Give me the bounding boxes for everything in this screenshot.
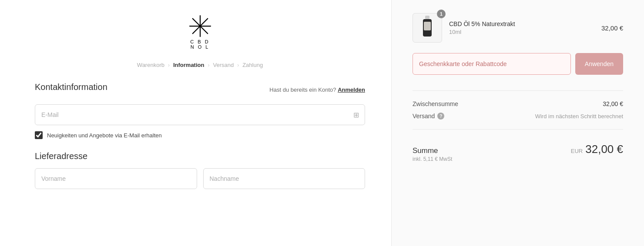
newsletter-row: Neuigkeiten und Angebote via E-Mail erha… — [35, 131, 162, 139]
last-name-field[interactable] — [203, 168, 366, 189]
breadcrumb: Warenkorb › Information › Versand › Zahl… — [35, 62, 365, 68]
email-input-wrapper: ⊞ — [35, 104, 365, 125]
newsletter-checkbox[interactable] — [35, 131, 43, 139]
sep1: › — [168, 62, 170, 68]
first-name-field[interactable] — [35, 168, 197, 189]
email-field[interactable] — [35, 104, 365, 125]
shipping-help-icon[interactable]: ? — [437, 113, 444, 120]
total-sub: inkl. 5,11 € MwSt — [413, 156, 452, 162]
contact-header-row: Kontaktinformation Hast du bereits ein K… — [35, 82, 365, 97]
breadcrumb-information[interactable]: Information — [173, 62, 205, 68]
subtotal-row: Zwischensumme 32,00 € — [413, 98, 623, 110]
subtotal-value: 32,00 € — [603, 100, 623, 107]
total-right: EUR 32,00 € — [571, 143, 623, 156]
coupon-input[interactable] — [413, 53, 571, 75]
svg-rect-6 — [424, 22, 431, 30]
total-label: Summe — [413, 146, 452, 155]
total-amount: 32,00 € — [585, 143, 623, 156]
product-left: 1 CBD Öl 5% Naturextrakt 10ml — [413, 13, 515, 43]
right-panel: 1 CBD Öl 5% Naturextrakt 10ml 32,00 € An… — [392, 0, 644, 246]
contact-card-icon: ⊞ — [353, 111, 359, 119]
sep3: › — [237, 62, 239, 68]
contact-heading: Kontaktinformation — [35, 82, 107, 92]
logo-text-2: N O L — [191, 44, 210, 50]
total-left: Summe inkl. 5,11 € MwSt — [413, 146, 452, 162]
login-link[interactable]: Anmelden — [338, 86, 365, 93]
login-prompt: Hast du bereits ein Konto? Anmelden — [269, 86, 365, 93]
product-bottle-icon — [419, 16, 436, 40]
logo-line1: C B D — [190, 39, 209, 44]
product-image-wrapper: 1 — [413, 13, 442, 43]
subtotal-label: Zwischensumme — [413, 100, 458, 107]
address-heading: Lieferadresse — [35, 151, 87, 161]
breadcrumb-cart[interactable]: Warenkorb — [137, 62, 164, 68]
product-name: CBD Öl 5% Naturextrakt — [449, 20, 515, 27]
svg-rect-4 — [425, 16, 429, 19]
newsletter-label: Neuigkeiten und Angebote via E-Mail erha… — [47, 132, 162, 139]
breadcrumb-payment[interactable]: Zahlung — [242, 62, 263, 68]
product-row: 1 CBD Öl 5% Naturextrakt 10ml 32,00 € — [413, 13, 623, 43]
total-currency: EUR — [571, 148, 583, 154]
coupon-apply-button[interactable]: Anwenden — [575, 53, 623, 75]
divider-2 — [413, 129, 623, 130]
divider-1 — [413, 90, 623, 91]
total-row: Summe inkl. 5,11 € MwSt EUR 32,00 € — [413, 136, 623, 165]
product-price: 32,00 € — [601, 24, 623, 32]
logo-text: C B D — [190, 39, 209, 44]
logo-container: C B D N O L — [35, 13, 365, 50]
coupon-row: Anwenden — [413, 53, 623, 75]
name-row — [35, 168, 365, 189]
shipping-label: Versand ? — [413, 113, 444, 120]
breadcrumb-shipping[interactable]: Versand — [213, 62, 234, 68]
sep2: › — [208, 62, 209, 68]
logo-asterisk-icon — [187, 13, 213, 39]
product-info: CBD Öl 5% Naturextrakt 10ml — [449, 20, 515, 35]
product-image — [413, 13, 442, 43]
product-subtitle: 10ml — [449, 29, 515, 35]
logo-line2: N O L — [191, 44, 210, 50]
left-panel: C B D N O L Warenkorb › Information › Ve… — [0, 0, 392, 246]
quantity-badge: 1 — [437, 10, 446, 18]
shipping-row: Versand ? Wird im nächsten Schritt berec… — [413, 110, 623, 122]
shipping-value: Wird im nächsten Schritt berechnet — [535, 113, 623, 120]
